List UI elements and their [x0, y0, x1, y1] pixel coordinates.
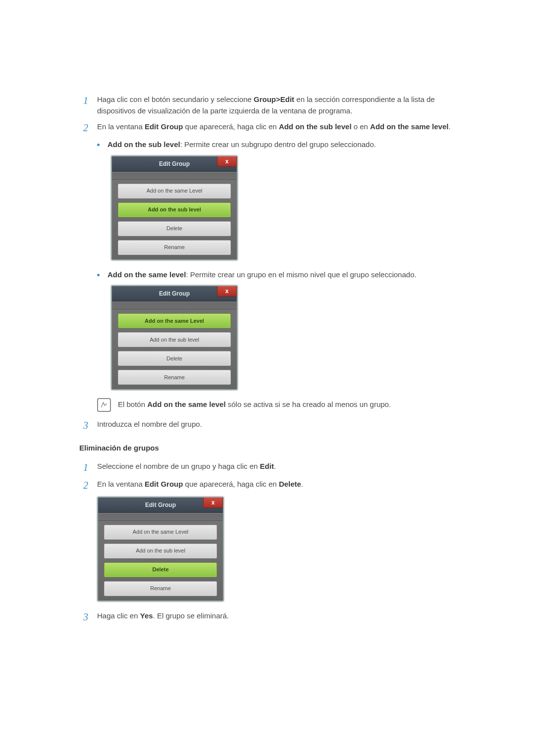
- dialog-titlebar: Edit Group x: [112, 156, 237, 172]
- step-text: En la ventana Edit Group que aparecerá, …: [97, 121, 471, 133]
- text: o en: [352, 122, 371, 131]
- delete-button[interactable]: Delete: [118, 221, 231, 236]
- step-number: 3: [79, 610, 88, 623]
- window-name: Edit Group: [145, 122, 183, 131]
- window-name: Edit Group: [145, 480, 183, 488]
- rename-button[interactable]: Rename: [118, 370, 231, 385]
- add-sub-level-button[interactable]: Add on the sub level: [118, 332, 231, 347]
- dialog-separator: [112, 172, 237, 180]
- option-label: Add on the sub level: [107, 140, 180, 149]
- step-text: Haga clic en Yes. El grupo se eliminará.: [97, 610, 471, 622]
- text: Seleccione el nombre de un grupo y haga …: [97, 462, 260, 470]
- text: Haga clic con el botón secundario y sele…: [97, 95, 254, 103]
- document-page: 1 Haga clic con el botón secundario y se…: [0, 0, 535, 658]
- close-icon: x: [225, 287, 229, 296]
- text: .: [301, 480, 303, 488]
- text: El botón: [118, 400, 147, 408]
- step-text: Haga clic con el botón secundario y sele…: [97, 94, 471, 116]
- text: .: [448, 122, 450, 131]
- dialog-screenshot-delete: Edit Group x Add on the same Level Add o…: [97, 497, 471, 602]
- edit-group-dialog: Edit Group x Add on the same Level Add o…: [97, 497, 224, 602]
- close-button[interactable]: x: [203, 498, 223, 508]
- close-button[interactable]: x: [217, 156, 237, 167]
- step-number: 2: [79, 121, 88, 134]
- bullet-sub-level: Add on the sub level: Permite crear un s…: [97, 139, 471, 151]
- section-heading: Eliminación de grupos: [79, 443, 471, 454]
- button-name: Yes: [140, 611, 153, 620]
- option-desc: : Permite crear un subgrupo dentro del g…: [180, 140, 376, 149]
- step-number: 1: [79, 94, 88, 107]
- button-name: Edit: [260, 462, 274, 470]
- button-name: Delete: [279, 480, 301, 488]
- dialog-titlebar: Edit Group x: [98, 498, 223, 513]
- delete-step-2: 2 En la ventana Edit Group que aparecerá…: [79, 479, 471, 492]
- step-text: Introduzca el nombre del grupo.: [97, 419, 471, 430]
- dialog-separator: [98, 513, 223, 521]
- bullet-same-level: Add on the same level: Permite crear un …: [97, 269, 471, 281]
- menu-path: Group>Edit: [254, 95, 294, 103]
- text: .: [274, 462, 276, 470]
- button-name: Add on the same level: [147, 400, 225, 408]
- delete-button[interactable]: Delete: [118, 351, 231, 366]
- delete-step-1: 1 Seleccione el nombre de un grupo y hag…: [79, 461, 471, 474]
- bullet-icon: [97, 274, 100, 276]
- bullet-text: Add on the same level: Permite crear un …: [107, 269, 471, 281]
- text: Haga clic en: [97, 611, 140, 620]
- close-button[interactable]: x: [217, 286, 237, 297]
- close-icon: x: [212, 498, 215, 507]
- step-2: 2 En la ventana Edit Group que aparecerá…: [79, 121, 471, 134]
- delete-step-3: 3 Haga clic en Yes. El grupo se eliminar…: [79, 610, 471, 623]
- text: En la ventana: [97, 122, 145, 131]
- text: que aparecerá, haga clic en: [183, 480, 278, 488]
- close-icon: x: [225, 157, 229, 166]
- rename-button[interactable]: Rename: [118, 240, 231, 255]
- dialog-screenshot-sub: Edit Group x Add on the same Level Add o…: [111, 155, 471, 260]
- add-sub-level-button[interactable]: Add on the sub level: [118, 202, 231, 217]
- step-text: En la ventana Edit Group que aparecerá, …: [97, 479, 471, 490]
- edit-group-dialog: Edit Group x Add on the same Level Add o…: [111, 155, 238, 260]
- note-text: El botón Add on the same level sólo se a…: [118, 399, 391, 410]
- step-number: 1: [79, 461, 88, 474]
- text: sólo se activa si se ha creado al menos …: [226, 400, 391, 408]
- bullet-icon: [97, 144, 100, 146]
- dialog-separator: [112, 302, 237, 309]
- option-label: Add on the same level: [107, 270, 186, 279]
- text: En la ventana: [97, 480, 145, 488]
- note: El botón Add on the same level sólo se a…: [97, 399, 471, 412]
- edit-group-dialog: Edit Group x Add on the same Level Add o…: [111, 285, 238, 390]
- add-same-level-button[interactable]: Add on the same Level: [118, 313, 231, 328]
- add-same-level-button[interactable]: Add on the same Level: [104, 525, 217, 540]
- step-3: 3 Introduzca el nombre del grupo.: [79, 419, 471, 432]
- add-same-level-button[interactable]: Add on the same Level: [118, 184, 231, 199]
- rename-button[interactable]: Rename: [104, 581, 217, 596]
- bullet-text: Add on the sub level: Permite crear un s…: [107, 139, 471, 151]
- dialog-titlebar: Edit Group x: [112, 286, 237, 302]
- option-desc: : Permite crear un grupo en el mismo niv…: [186, 270, 416, 279]
- dialog-screenshot-same: Edit Group x Add on the same Level Add o…: [111, 285, 471, 390]
- step-number: 2: [79, 479, 88, 492]
- button-name: Add on the same level: [370, 122, 448, 131]
- step-text: Seleccione el nombre de un grupo y haga …: [97, 461, 471, 472]
- delete-button[interactable]: Delete: [104, 562, 217, 577]
- text: que aparecerá, haga clic en: [183, 122, 278, 131]
- button-name: Add on the sub level: [279, 122, 352, 131]
- step-number: 3: [79, 419, 88, 432]
- text: . El grupo se eliminará.: [153, 611, 229, 620]
- add-sub-level-button[interactable]: Add on the sub level: [104, 544, 217, 558]
- step-1: 1 Haga clic con el botón secundario y se…: [79, 94, 471, 116]
- note-icon: [97, 398, 111, 412]
